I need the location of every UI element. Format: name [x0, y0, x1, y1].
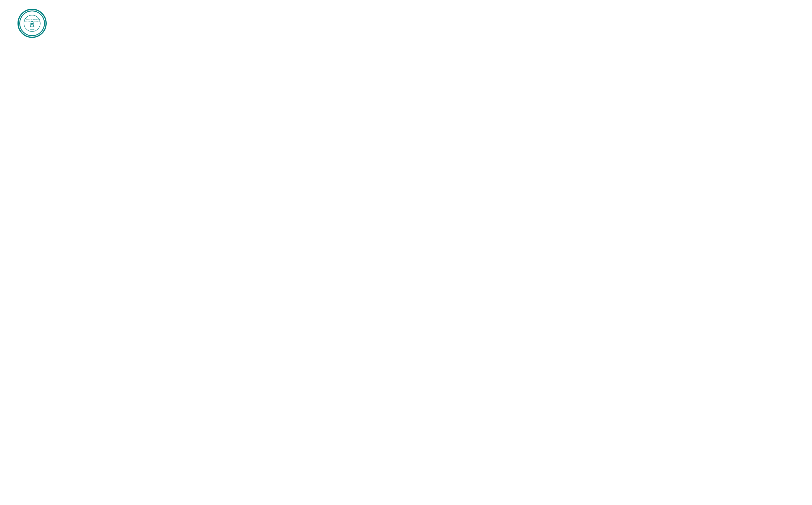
header: THE GOVERNMENT OF WESTERN AUSTRALIA	[0, 0, 812, 47]
svg-text:WESTERN AUSTRALIA: WESTERN AUSTRALIA	[24, 21, 40, 22]
svg-text:THE GOVERNMENT OF: THE GOVERNMENT OF	[24, 18, 40, 20]
logo-circle: THE GOVERNMENT OF WESTERN AUSTRALIA	[17, 9, 47, 38]
logo-inner: THE GOVERNMENT OF WESTERN AUSTRALIA	[19, 10, 45, 36]
connector-lines	[0, 47, 812, 76]
org-chart	[0, 47, 812, 76]
logo-emblem-icon: THE GOVERNMENT OF WESTERN AUSTRALIA	[23, 15, 41, 32]
